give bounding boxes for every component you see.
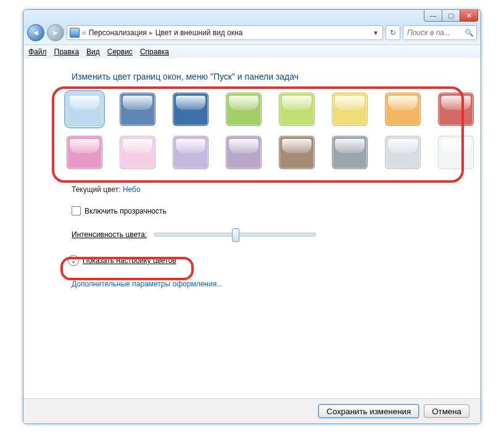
breadcrumb[interactable]: « Персонализация ▸ Цвет и внешний вид ок…: [67, 25, 383, 40]
show-color-mixer-label: Показать настройку цветов: [83, 256, 176, 265]
refresh-icon: ↻: [390, 28, 396, 37]
current-color-name: Небо: [123, 185, 141, 194]
color-swatch[interactable]: [438, 93, 474, 126]
forward-arrow-icon: ►: [52, 28, 59, 37]
breadcrumb-dropdown[interactable]: ▾: [371, 26, 380, 40]
color-swatch[interactable]: [173, 93, 209, 126]
color-swatch[interactable]: [120, 136, 155, 169]
color-swatch[interactable]: [67, 93, 102, 126]
color-swatch[interactable]: [226, 136, 262, 169]
transparency-checkbox[interactable]: [72, 206, 81, 215]
menu-file[interactable]: Файл: [28, 48, 47, 56]
search-box[interactable]: 🔍: [403, 25, 477, 40]
close-button[interactable]: ✕: [460, 10, 478, 22]
window-color-appearance: — ▢ ✕ ◄ ► « Персонализация ▸ Цвет и внеш…: [23, 9, 481, 424]
forward-button[interactable]: ►: [47, 24, 64, 41]
show-color-mixer[interactable]: ⌄ Показать настройку цветов: [68, 255, 481, 266]
color-swatch[interactable]: [279, 136, 315, 169]
maximize-button[interactable]: ▢: [442, 10, 460, 22]
current-color-label: Текущий цвет:: [72, 185, 121, 194]
minimize-button[interactable]: —: [424, 10, 442, 22]
color-swatch-grid: [62, 89, 481, 178]
page-heading: Изменить цвет границ окон, меню "Пуск" и…: [72, 72, 481, 81]
color-swatch[interactable]: [385, 93, 421, 126]
color-swatch[interactable]: [332, 136, 368, 169]
menu-tools[interactable]: Сервис: [107, 48, 133, 56]
caption-buttons: — ▢ ✕: [424, 10, 478, 22]
color-swatch[interactable]: [332, 93, 368, 126]
color-swatch[interactable]: [120, 93, 155, 126]
navigation-bar: ◄ ► « Персонализация ▸ Цвет и внешний ви…: [27, 23, 477, 42]
transparency-label: Включить прозрачность: [85, 207, 167, 215]
breadcrumb-chevron-icon: ▸: [149, 28, 153, 37]
menu-view[interactable]: Вид: [86, 48, 100, 56]
intensity-slider-thumb[interactable]: [232, 228, 239, 242]
intensity-row: Интенсивность цвета:: [72, 230, 481, 239]
current-color-row: Текущий цвет: Небо: [72, 185, 481, 194]
color-swatch[interactable]: [385, 136, 421, 169]
color-swatch[interactable]: [226, 93, 262, 126]
save-button[interactable]: Сохранить изменения: [318, 404, 419, 418]
breadcrumb-sep-icon: «: [82, 28, 86, 37]
back-arrow-icon: ◄: [32, 28, 39, 37]
menu-help[interactable]: Справка: [140, 48, 169, 56]
control-panel-icon: [70, 28, 80, 38]
footer-bar: Сохранить изменения Отмена: [23, 398, 481, 424]
refresh-button[interactable]: ↻: [386, 25, 400, 40]
menu-bar: Файл Правка Вид Сервис Справка: [23, 44, 481, 59]
back-button[interactable]: ◄: [27, 24, 44, 41]
content-area: Изменить цвет границ окон, меню "Пуск" и…: [23, 58, 481, 399]
cancel-button[interactable]: Отмена: [424, 404, 469, 418]
intensity-slider[interactable]: [154, 233, 316, 236]
transparency-row: Включить прозрачность: [72, 206, 481, 215]
intensity-label: Интенсивность цвета:: [72, 230, 147, 239]
chevron-down-icon: ⌄: [68, 255, 79, 266]
menu-edit[interactable]: Правка: [54, 48, 80, 56]
search-icon: 🔍: [465, 28, 474, 37]
color-swatch[interactable]: [279, 93, 315, 126]
breadcrumb-item-color[interactable]: Цвет и внешний вид окна: [155, 28, 243, 37]
advanced-appearance-link[interactable]: Дополнительные параметры оформления...: [72, 280, 481, 288]
breadcrumb-item-personalization[interactable]: Персонализация: [89, 28, 147, 37]
color-swatch[interactable]: [173, 136, 209, 169]
search-input[interactable]: [406, 28, 462, 38]
color-swatch[interactable]: [438, 136, 474, 169]
color-swatch[interactable]: [67, 136, 102, 169]
